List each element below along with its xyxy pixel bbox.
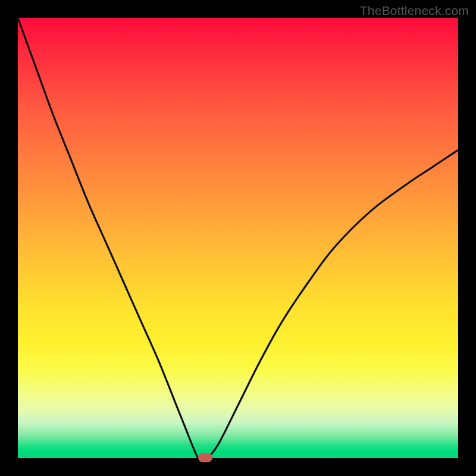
optimal-marker: [198, 453, 212, 462]
plot-area: [18, 18, 458, 458]
watermark-text: TheBottleneck.com: [360, 4, 469, 18]
curve-path: [18, 18, 458, 458]
chart-frame: TheBottleneck.com: [0, 0, 476, 476]
bottleneck-curve: [18, 18, 458, 458]
